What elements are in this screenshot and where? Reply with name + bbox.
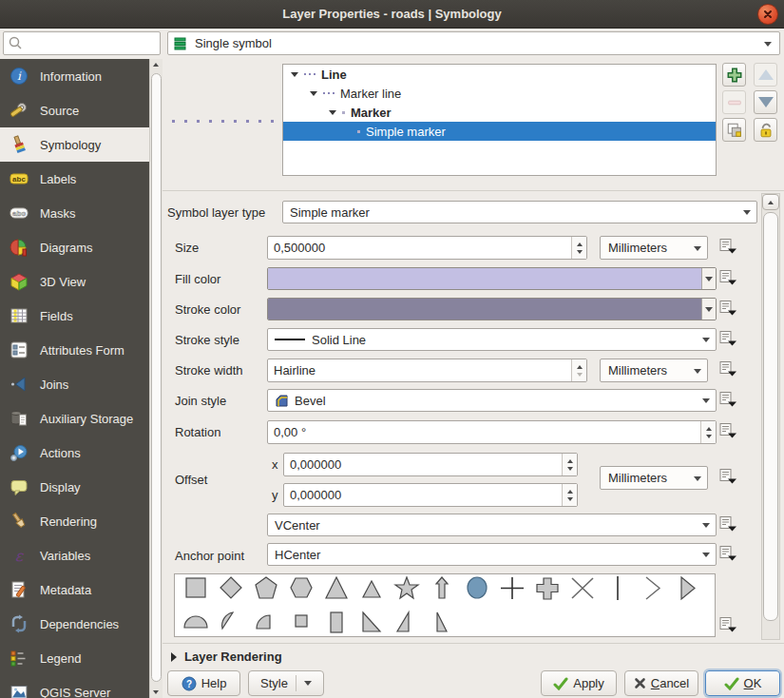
shape-square[interactable] xyxy=(178,574,213,603)
offset-y-spinbox[interactable] xyxy=(283,483,578,507)
sidebar-item-labels[interactable]: abc Labels xyxy=(0,162,149,196)
tree-item-simple-marker[interactable]: Simple marker xyxy=(283,122,716,141)
sidebar-item-information[interactable]: i Information xyxy=(0,59,149,93)
tree-item-marker[interactable]: Marker xyxy=(283,103,716,122)
shape-right-half-triangle[interactable] xyxy=(389,609,424,637)
stroke-style-select[interactable]: Solid Line xyxy=(267,328,717,351)
fill-color-button[interactable] xyxy=(267,267,717,290)
spin-up-icon[interactable] xyxy=(577,365,583,369)
shape-equilateral-triangle[interactable] xyxy=(354,574,389,603)
shape-hexagon[interactable] xyxy=(283,574,318,603)
sidebar-item-3d-view[interactable]: 3D View xyxy=(0,264,149,299)
shape-left-half-triangle[interactable] xyxy=(424,609,459,637)
shape-diamond[interactable] xyxy=(213,574,248,603)
spin-down-icon[interactable] xyxy=(577,250,583,254)
expand-icon[interactable] xyxy=(291,72,298,77)
shape-circle-selected[interactable] xyxy=(459,574,494,603)
spin-down-icon[interactable] xyxy=(567,497,573,501)
shape-arrowhead[interactable] xyxy=(635,574,670,603)
renderer-select[interactable]: Single symbol xyxy=(167,31,780,55)
spin-up-icon[interactable] xyxy=(567,459,573,463)
stroke-width-spinbox[interactable] xyxy=(267,359,587,382)
add-symbol-layer-button[interactable] xyxy=(722,63,746,87)
size-unit-select[interactable]: Millimeters xyxy=(600,236,708,260)
sidebar-item-joins[interactable]: Joins xyxy=(0,367,149,401)
search-input[interactable] xyxy=(3,31,161,55)
rotation-input[interactable] xyxy=(268,421,700,443)
offset-x-stepper[interactable] xyxy=(562,454,577,475)
offset-override-button[interactable] xyxy=(717,468,738,487)
offset-y-input[interactable] xyxy=(284,484,562,506)
anchor-horizontal-select[interactable]: HCenter xyxy=(267,543,717,566)
shape-cross-fill[interactable] xyxy=(529,574,564,603)
tree-item-line[interactable]: Line xyxy=(283,65,716,84)
sidebar-item-display[interactable]: Display xyxy=(0,470,149,504)
shape-line[interactable] xyxy=(600,574,635,603)
offset-x-input[interactable] xyxy=(284,454,562,475)
shape-quarter-square[interactable] xyxy=(283,609,318,637)
size-stepper[interactable] xyxy=(571,237,586,259)
sidebar-item-source[interactable]: Source xyxy=(0,93,149,127)
size-override-button[interactable] xyxy=(717,238,738,257)
sidebar-item-attributes-form[interactable]: Attributes Form xyxy=(0,333,149,367)
sidebar-item-rendering[interactable]: Rendering xyxy=(0,504,149,538)
fill-color-dropdown[interactable] xyxy=(701,268,716,289)
sidebar-item-symbology[interactable]: Symbology xyxy=(0,127,149,162)
shape-semi-circle[interactable] xyxy=(178,609,213,637)
sidebar-item-qgis-server[interactable]: QGIS Server xyxy=(0,675,149,698)
remove-symbol-layer-button[interactable] xyxy=(722,90,746,114)
shape-arrow[interactable] xyxy=(424,574,459,603)
join-style-select[interactable]: Bevel xyxy=(267,389,717,412)
spin-down-icon[interactable] xyxy=(706,435,712,438)
offset-y-stepper[interactable] xyxy=(562,484,577,506)
panel-scrollbar[interactable] xyxy=(761,193,780,640)
sidebar-item-actions[interactable]: Actions xyxy=(0,436,149,470)
shape-filled-arrowhead[interactable] xyxy=(670,574,705,603)
stroke-color-button[interactable] xyxy=(267,298,717,320)
sidebar-item-legend[interactable]: Legend xyxy=(0,641,149,675)
expand-icon[interactable] xyxy=(310,91,317,96)
spin-up-icon[interactable] xyxy=(706,427,712,431)
move-up-button[interactable] xyxy=(754,63,777,87)
stroke-width-stepper[interactable] xyxy=(571,359,586,381)
shape-pentagon[interactable] xyxy=(248,574,283,603)
rotation-spinbox[interactable] xyxy=(267,420,717,444)
stroke-width-override-button[interactable] xyxy=(717,360,738,379)
apply-button[interactable]: Apply xyxy=(541,670,617,696)
fill-color-override-button[interactable] xyxy=(717,269,738,288)
anchor-horizontal-override-button[interactable] xyxy=(717,545,738,564)
sidebar-item-metadata[interactable]: Metadata xyxy=(0,572,149,607)
shape-override-button[interactable] xyxy=(717,616,738,635)
panel-scrollbar-thumb[interactable] xyxy=(763,212,778,621)
shape-star[interactable] xyxy=(389,574,424,603)
shape-cross2[interactable] xyxy=(564,574,600,603)
spin-down-icon[interactable] xyxy=(577,373,583,377)
cancel-button[interactable]: Cancel xyxy=(624,670,698,696)
scroll-up-icon[interactable] xyxy=(153,63,159,67)
scroll-down-icon[interactable] xyxy=(153,690,159,694)
rotation-override-button[interactable] xyxy=(717,422,738,441)
sidebar-scrollbar[interactable] xyxy=(149,59,163,698)
shape-triangle[interactable] xyxy=(318,574,354,603)
stroke-width-unit-select[interactable]: Millimeters xyxy=(600,359,708,382)
tree-item-marker-line[interactable]: Marker line xyxy=(283,84,716,103)
move-down-button[interactable] xyxy=(754,90,777,114)
lock-color-button[interactable] xyxy=(754,118,777,142)
shape-cross[interactable] xyxy=(494,574,529,603)
size-spinbox[interactable] xyxy=(267,236,587,260)
spin-down-icon[interactable] xyxy=(567,467,573,471)
spin-up-icon[interactable] xyxy=(567,490,573,494)
scroll-up-button[interactable] xyxy=(762,194,779,210)
rotation-stepper[interactable] xyxy=(700,421,716,443)
expand-icon[interactable] xyxy=(329,110,336,115)
layer-rendering-header[interactable]: Layer Rendering xyxy=(171,650,282,664)
join-style-override-button[interactable] xyxy=(717,391,738,410)
duplicate-symbol-layer-button[interactable] xyxy=(722,118,746,142)
shape-diagonal-half-square[interactable] xyxy=(354,609,389,637)
stroke-color-dropdown[interactable] xyxy=(701,299,716,320)
help-button[interactable]: ? Help xyxy=(167,670,240,696)
sidebar-item-diagrams[interactable]: Diagrams xyxy=(0,230,149,264)
shape-quarter-circle[interactable] xyxy=(248,609,283,637)
stroke-color-override-button[interactable] xyxy=(717,300,738,319)
shape-third-circle[interactable] xyxy=(213,609,248,637)
